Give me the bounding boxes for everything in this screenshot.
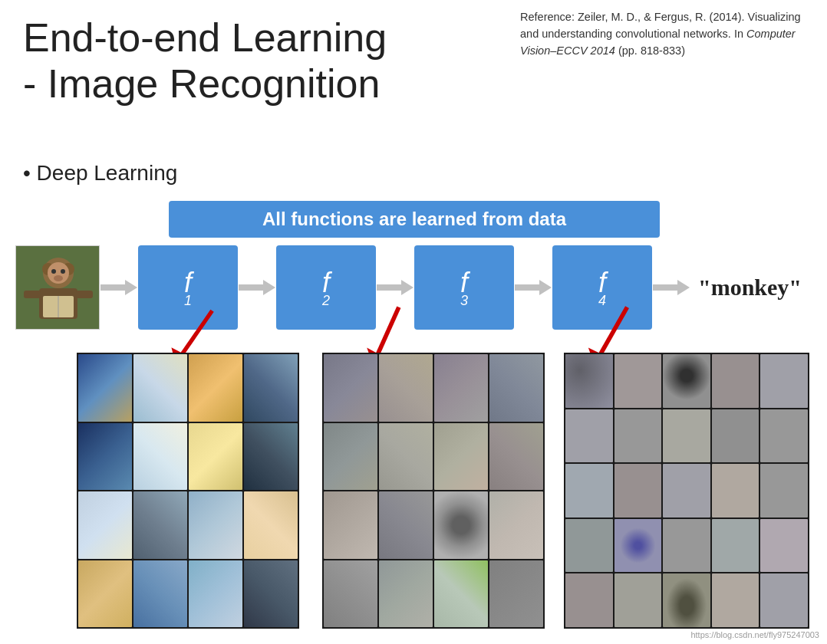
watermark: https://blog.csdn.net/fly975247003 xyxy=(690,630,819,639)
viz-panel-layer4 xyxy=(564,353,809,629)
viz-cell xyxy=(565,519,613,573)
viz-cell xyxy=(565,464,613,518)
viz-panel-layer1 xyxy=(77,353,299,629)
viz-cell xyxy=(324,491,377,559)
title-area: End-to-end Learning - Image Recognition xyxy=(23,15,499,107)
svg-point-6 xyxy=(61,269,65,274)
viz-cell xyxy=(663,354,710,408)
viz-cell xyxy=(434,491,488,559)
viz-cell xyxy=(324,423,377,491)
viz-cell xyxy=(189,423,242,491)
viz-cell xyxy=(565,409,613,463)
viz-cell xyxy=(244,560,298,628)
viz-cell xyxy=(78,491,132,559)
svg-rect-10 xyxy=(76,291,93,298)
main-title: End-to-end Learning - Image Recognition xyxy=(23,15,499,107)
viz-cell xyxy=(760,519,808,573)
viz-cell xyxy=(189,491,242,559)
viz-cell xyxy=(379,560,433,628)
viz-cell xyxy=(489,491,543,559)
function-box-3: f 3 xyxy=(414,245,514,330)
viz-cell xyxy=(712,573,759,627)
viz-cell xyxy=(760,354,808,408)
monkey-image xyxy=(15,245,100,330)
reference-text: Reference: Zeiler, M. D., & Fergus, R. (… xyxy=(520,11,801,57)
viz-cell xyxy=(663,573,710,627)
viz-cell xyxy=(324,354,377,422)
viz-cell xyxy=(379,491,433,559)
svg-point-5 xyxy=(51,269,56,274)
viz-cell xyxy=(189,354,242,422)
viz-cell xyxy=(663,519,710,573)
viz-cell xyxy=(434,423,488,491)
viz-cell xyxy=(489,423,543,491)
flow-diagram: f 1 f 2 f 3 f 4 "mon xyxy=(15,245,813,330)
viz-cell xyxy=(434,354,488,422)
viz-cell xyxy=(489,560,543,628)
svg-rect-9 xyxy=(24,291,41,298)
monkey-svg xyxy=(16,246,100,330)
viz-cell xyxy=(189,560,242,628)
arrow-2 xyxy=(238,276,276,299)
bullet-deep-learning: • Deep Learning xyxy=(23,161,177,186)
viz-cell xyxy=(760,573,808,627)
viz-cell xyxy=(379,423,433,491)
viz-cell xyxy=(78,354,132,422)
svg-point-7 xyxy=(54,275,63,281)
viz-cell xyxy=(244,423,298,491)
viz-cell xyxy=(244,354,298,422)
svg-marker-16 xyxy=(515,280,552,295)
viz-cell xyxy=(324,560,377,628)
viz-cell xyxy=(712,409,759,463)
viz-cell xyxy=(565,354,613,408)
all-functions-banner: All functions are learned from data xyxy=(169,201,660,238)
viz-cell xyxy=(133,423,187,491)
viz-cell xyxy=(133,560,187,628)
viz-cell xyxy=(663,409,710,463)
svg-marker-15 xyxy=(377,280,414,295)
svg-marker-14 xyxy=(239,280,275,295)
viz-cell xyxy=(614,573,662,627)
viz-cell xyxy=(244,491,298,559)
viz-cell xyxy=(78,423,132,491)
viz-cell xyxy=(565,573,613,627)
svg-marker-17 xyxy=(653,280,690,295)
viz-cell xyxy=(614,409,662,463)
viz-cell xyxy=(133,491,187,559)
arrow-1 xyxy=(100,276,138,299)
svg-marker-13 xyxy=(100,280,137,295)
viz-cell xyxy=(760,464,808,518)
viz-cell xyxy=(133,354,187,422)
viz-cell xyxy=(489,354,543,422)
reference-box: Reference: Zeiler, M. D., & Fergus, R. (… xyxy=(520,9,804,59)
viz-cell xyxy=(614,464,662,518)
arrow-3 xyxy=(376,276,414,299)
viz-cell xyxy=(712,519,759,573)
viz-cell xyxy=(712,464,759,518)
viz-cell xyxy=(614,354,662,408)
arrow-5 xyxy=(652,276,690,299)
viz-cell xyxy=(712,354,759,408)
viz-panel-layer2 xyxy=(322,353,545,629)
viz-cell xyxy=(663,464,710,518)
viz-cell xyxy=(78,560,132,628)
output-label: "monkey" xyxy=(698,274,802,301)
viz-cell xyxy=(379,354,433,422)
viz-cell xyxy=(760,409,808,463)
viz-cell xyxy=(614,519,662,573)
viz-cell xyxy=(434,560,488,628)
arrow-4 xyxy=(514,276,552,299)
